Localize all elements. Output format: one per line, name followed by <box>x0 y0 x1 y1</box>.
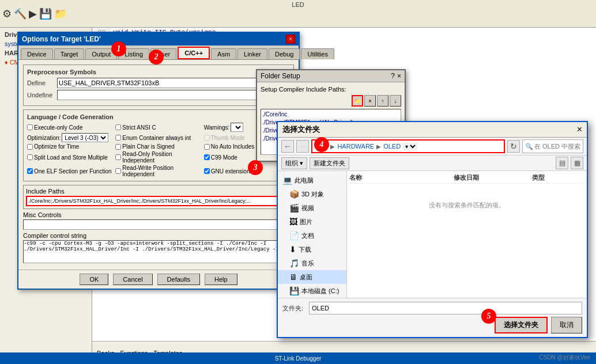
fc-sidebar-music[interactable]: 🎵 音乐 <box>278 256 346 270</box>
folder-setup-label: Setup Compiler Include Paths: <box>261 86 401 93</box>
pictures-icon: 🖼 <box>289 217 297 226</box>
step-2-annotation: 2 <box>149 50 164 65</box>
folder-path-0: ./Core/Inc <box>262 111 399 119</box>
fc-sidebar-downloads[interactable]: ⬇ 下载 <box>278 242 346 256</box>
cb-gnu-ext[interactable] <box>204 168 210 174</box>
cb-no-auto[interactable] <box>204 144 210 150</box>
fc-path-bar: LED ▶ HARDWARE ▶ OLED ▾ <box>311 139 505 153</box>
cancel-button[interactable]: Cancel <box>113 274 152 285</box>
cb-c99-label: C99 Mode <box>211 154 237 161</box>
define-input[interactable] <box>57 78 290 88</box>
fc-view-btn2[interactable]: ▦ <box>571 157 583 169</box>
undefine-row: Undefine <box>27 90 290 100</box>
cb-optimize-time[interactable] <box>27 144 33 150</box>
include-paths-row: … <box>26 196 291 206</box>
fc-sidebar-docs[interactable]: 📄 文档 <box>278 229 346 242</box>
cb-optimize-time-label: Optimize for Time <box>34 143 79 150</box>
fc-sidebar-label-8: 本地磁盘 (C:) <box>301 287 339 295</box>
fc-filename-row: 文件夹: <box>282 302 582 314</box>
fc-path-dropdown[interactable]: ▾ <box>403 143 417 150</box>
tab-asm[interactable]: Asm <box>211 48 236 59</box>
video-icon: 🎬 <box>289 203 299 213</box>
cb-thumb[interactable] <box>204 135 210 141</box>
defaults-button[interactable]: Defaults <box>157 274 200 285</box>
fc-main: 💻 此电脑 📦 3D 对象 🎬 视频 🖼 图片 📄 文档 ⬇ 下载 <box>278 171 587 298</box>
fc-refresh-btn[interactable]: ↻ <box>507 140 520 153</box>
preprocessor-section: Preprocessor Symbols Define Undefine <box>23 65 294 106</box>
optimization-select[interactable]: Level 3 (-O3) <box>62 133 108 142</box>
fc-path-arrow-1: ▶ <box>376 143 381 150</box>
fc-toolbar: 组织 ▾ 新建文件夹 ▤ ▦ <box>278 156 587 171</box>
warnings-select[interactable] <box>231 123 243 132</box>
fc-nav-back[interactable]: ← <box>281 140 294 153</box>
compiler-label: Compiler control string <box>23 232 294 239</box>
fc-path-seg-2[interactable]: OLED <box>383 143 401 150</box>
tab-linker[interactable]: Linker <box>237 48 267 59</box>
fc-sidebar-label-6: 音乐 <box>301 259 314 268</box>
step-4-annotation: 4 <box>314 137 329 152</box>
folder-delete-btn[interactable]: × <box>364 95 376 107</box>
undefine-input[interactable] <box>57 90 290 100</box>
include-paths-input[interactable] <box>26 196 280 206</box>
checkbox-enum: Enum Container always int <box>115 133 201 142</box>
fc-sidebar-computer[interactable]: 💻 此电脑 <box>278 173 346 187</box>
fc-sidebar-video[interactable]: 🎬 视频 <box>278 201 346 215</box>
fc-filename-label: 文件夹: <box>282 304 305 313</box>
status-bar: ST-Link Debugger <box>0 352 596 364</box>
docs-icon: 📄 <box>289 231 299 240</box>
file-chooser-dialog: 选择文件夹 × ← → LED ▶ HARDWARE ▶ OLED ▾ ↻ 🔍 … <box>277 121 588 338</box>
fc-new-folder-btn[interactable]: 新建文件夹 <box>310 157 349 169</box>
folder-setup-close[interactable]: × <box>397 72 401 80</box>
watermark: CSDN @好家伙Vee <box>539 354 590 362</box>
tab-device[interactable]: Device <box>21 48 53 59</box>
fc-cancel-btn[interactable]: 取消 <box>551 317 582 333</box>
include-paths-section: Include Paths … <box>23 185 294 209</box>
fc-sidebar-pictures[interactable]: 🖼 图片 <box>278 215 346 229</box>
preprocessor-title: Preprocessor Symbols <box>27 69 290 75</box>
fc-filename-input[interactable] <box>309 302 582 314</box>
help-button[interactable]: Help <box>205 274 237 285</box>
cb-read-write-label: Read-Write Position Independent <box>122 165 201 177</box>
fc-organize-btn[interactable]: 组织 ▾ <box>281 157 307 169</box>
cb-read-write[interactable] <box>115 168 121 174</box>
fc-empty-message: 没有与搜索条件匹配的项。 <box>349 201 584 210</box>
ok-button[interactable]: OK <box>80 274 108 285</box>
fc-search-input[interactable] <box>534 143 580 150</box>
tab-utilities[interactable]: Utilities <box>301 48 334 59</box>
cb-c99[interactable] <box>204 154 210 160</box>
tab-debug[interactable]: Debug <box>269 48 300 59</box>
optimization-row: Optimization: Level 3 (-O3) <box>27 133 113 142</box>
fc-path-seg-1[interactable]: HARDWARE <box>337 143 374 150</box>
options-dialog-close[interactable]: × <box>286 35 295 44</box>
tab-target[interactable]: Target <box>54 48 85 59</box>
cb-thumb-label: Thumb Mode <box>211 135 245 141</box>
fc-nav-forward[interactable]: → <box>296 140 309 153</box>
fc-close[interactable]: × <box>577 124 582 135</box>
fc-sidebar-desktop[interactable]: 🖥 桌面 <box>278 270 346 284</box>
cb-strict-ansi-label: Strict ANSI C <box>122 124 156 131</box>
cb-strict-ansi[interactable] <box>115 124 121 130</box>
folder-new-btn[interactable]: 📁 <box>352 95 363 107</box>
cb-enum[interactable] <box>115 135 121 141</box>
tab-cpp[interactable]: C/C++ <box>178 47 210 59</box>
fc-view-btn[interactable]: ▤ <box>556 157 568 169</box>
downloads-icon: ⬇ <box>289 245 296 254</box>
cb-split-load[interactable] <box>27 154 33 160</box>
folder-setup-question[interactable]: ? <box>391 72 395 80</box>
cb-execute-only-label: Execute-only Code <box>34 124 83 131</box>
fc-title: 选择文件夹 <box>282 124 320 135</box>
folder-toolbar: 📁 × ↑ ↓ <box>261 95 401 107</box>
folder-up-btn[interactable]: ↑ <box>377 95 388 107</box>
fc-select-folder-btn[interactable]: 选择文件夹 <box>495 317 548 333</box>
fc-sidebar-drive-c[interactable]: 💾 本地磁盘 (C:) <box>278 284 346 298</box>
fc-footer: 文件夹: 选择文件夹 取消 <box>278 298 587 337</box>
cb-one-elf[interactable] <box>27 168 33 174</box>
fc-sidebar-3d[interactable]: 📦 3D 对象 <box>278 187 346 201</box>
folder-down-btn[interactable]: ↓ <box>390 95 401 107</box>
cb-execute-only[interactable] <box>27 124 33 130</box>
checkbox-execute-only: Execute-only Code <box>27 123 113 132</box>
cb-read-only[interactable] <box>115 154 121 160</box>
cb-plain-char[interactable] <box>115 144 121 150</box>
misc-input[interactable] <box>23 219 294 230</box>
compiler-textarea[interactable]: -c99 -c -cpu Cortex-M3 -g -O3 -apcs=inte… <box>23 240 294 263</box>
